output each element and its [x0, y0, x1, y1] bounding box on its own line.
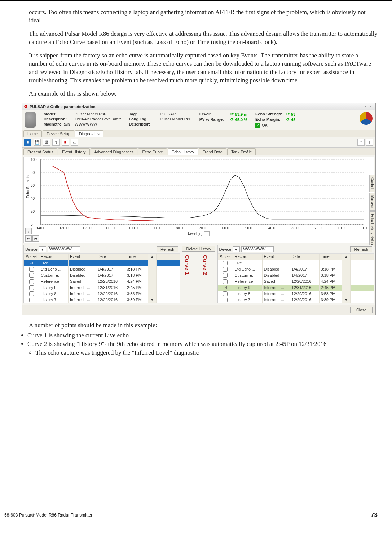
- row-checkbox[interactable]: [29, 279, 34, 284]
- scroll-up-icon[interactable]: ▴: [148, 254, 157, 260]
- curve1-label: Curve 1: [184, 255, 190, 275]
- chart-xtick: 100.0: [129, 226, 138, 230]
- row-checkbox[interactable]: [29, 298, 34, 302]
- refresh-button-2[interactable]: Refresh: [350, 246, 372, 252]
- cell-ev: Inferred L...: [263, 291, 290, 297]
- toolbar-stop-icon[interactable]: ■: [62, 139, 69, 146]
- table-row[interactable]: History 8Inferred L...12/29/20163:58 PM: [24, 291, 180, 297]
- cell-rec: Std Echo ...: [39, 266, 69, 272]
- scroll-spacer: [148, 272, 157, 278]
- body-text: occurs. Too often this means connecting …: [22, 8, 378, 98]
- device-select-icon[interactable]: ▾: [39, 246, 46, 252]
- table-row[interactable]: ☑Live: [24, 260, 180, 266]
- row-checkbox[interactable]: [223, 267, 228, 272]
- table-row[interactable]: History 8Inferred L...12/29/20163:58 PM: [218, 291, 374, 297]
- col-event-2: Event: [263, 254, 290, 260]
- subtab-event-history[interactable]: Event History: [58, 148, 89, 155]
- row-checkbox[interactable]: [223, 298, 228, 302]
- row-checkbox[interactable]: [223, 291, 228, 296]
- model-label: Model:: [44, 112, 72, 116]
- window-controls[interactable]: ‹ › ×: [360, 105, 373, 109]
- cell-ev: Disabled: [263, 272, 290, 278]
- row-checkbox[interactable]: [29, 285, 34, 290]
- table-row[interactable]: Std Echo ...Disabled1/4/20173:18 PM: [218, 266, 374, 272]
- chart-xtick: 90.0: [153, 226, 160, 230]
- cell-dt: 1/4/2017: [96, 272, 125, 278]
- row-checkbox[interactable]: [29, 267, 34, 272]
- app-window: ✪ PULSAR # Online parameterization ‹ › ×…: [22, 103, 376, 315]
- status-ok: ✓OK: [255, 123, 295, 128]
- cell-tm: 3:18 PM: [320, 272, 342, 278]
- toolbar-info-icon[interactable]: i: [366, 139, 373, 146]
- chart-unit-select[interactable]: [204, 231, 210, 236]
- table-row[interactable]: History 7Inferred L...12/29/20163:39 PM▾: [218, 297, 374, 303]
- col-time-2: Time: [320, 254, 342, 260]
- tab-diagnostics[interactable]: Diagnostics: [75, 130, 103, 137]
- scroll-up-icon-2[interactable]: ▴: [342, 254, 351, 260]
- description-value: Thru-Air Radar Level Xmtr: [75, 117, 121, 121]
- level-value: ⟳53.9 m: [230, 112, 247, 117]
- toolbar-help-icon[interactable]: ?: [357, 139, 365, 146]
- delete-history-button[interactable]: Delete History: [182, 246, 215, 252]
- curve2-label: Curve 2: [202, 255, 208, 275]
- chart-xtick: 60.0: [222, 226, 229, 230]
- scroll-spacer: [342, 285, 351, 291]
- table-row[interactable]: Custom E...Disabled1/4/20173:18 PM: [218, 272, 374, 278]
- cell-dt: 12/20/2016: [96, 278, 125, 285]
- bullet-curve2-sub: This echo capture was triggered by the "…: [35, 349, 378, 356]
- chart-nav-right-icon[interactable]: ↦: [32, 235, 39, 242]
- tab-home[interactable]: Home: [23, 130, 42, 137]
- toolbar-upload-icon[interactable]: ⇧: [52, 139, 60, 146]
- subtab-adv-diagnostics[interactable]: Advanced Diagnostics: [91, 148, 138, 155]
- cell-rec: Custom E...: [233, 272, 263, 278]
- cell-dt: 12/29/2016: [290, 291, 320, 297]
- sidetab-markers[interactable]: Markers: [369, 193, 375, 211]
- subtab-present-status[interactable]: Present Status: [23, 148, 57, 155]
- scroll-spacer: [342, 260, 351, 266]
- toolbar-print-icon[interactable]: 🖶: [43, 139, 50, 146]
- row-checkbox-checked-icon[interactable]: ☑: [224, 285, 227, 290]
- toolbar-misc-icon[interactable]: ▭: [71, 139, 78, 146]
- table-row[interactable]: ReferenceSaved12/20/20164:24 PM: [24, 278, 180, 285]
- toolbar-new-icon[interactable]: ■: [24, 139, 31, 146]
- table-row[interactable]: ReferenceSaved12/20/20164:24 PM: [218, 278, 374, 285]
- chart-xtick: 80.0: [176, 226, 183, 230]
- sidetab-echo-history-setup[interactable]: Echo History Setup: [369, 211, 375, 247]
- curve-2-line: [41, 175, 364, 219]
- cell-tm: 3:18 PM: [125, 266, 148, 272]
- row-checkbox[interactable]: [223, 279, 228, 284]
- table-row[interactable]: Std Echo ...Disabled1/4/20173:18 PM: [24, 266, 180, 272]
- device-select-icon-2[interactable]: ▾: [233, 246, 240, 252]
- subtab-echo-history[interactable]: Echo History: [168, 148, 198, 155]
- toolbar-save-icon[interactable]: 💾: [34, 139, 41, 146]
- bullet-curve1: Curve 1 is showing the current Live echo: [27, 332, 378, 339]
- tag-value: PULSAR: [160, 112, 176, 116]
- refresh-button-1[interactable]: Refresh: [157, 246, 179, 252]
- row-checkbox[interactable]: [223, 273, 228, 278]
- scroll-spacer: [148, 291, 157, 297]
- chart-xtick: 40.0: [268, 226, 275, 230]
- subtab-trend-data[interactable]: Trend Data: [199, 148, 226, 155]
- table-row[interactable]: ☑History 9Inferred L...12/31/20162:45 PM: [218, 285, 374, 291]
- row-checkbox-checked-icon[interactable]: ☑: [30, 261, 33, 265]
- table-row[interactable]: Live: [218, 260, 374, 266]
- table-row[interactable]: History 9Inferred L...12/31/20162:45 PM: [24, 285, 180, 291]
- close-button[interactable]: Close: [350, 307, 373, 313]
- cell-ev: Disabled: [69, 266, 96, 272]
- subtab-tank-profile[interactable]: Tank Profile: [227, 148, 256, 155]
- chart-nav-up-icon[interactable]: ↕: [25, 228, 32, 234]
- scroll-spacer: [342, 291, 351, 297]
- scroll-down-icon[interactable]: ▾: [342, 297, 351, 303]
- description-label: Description:: [44, 117, 72, 121]
- table-row[interactable]: History 7Inferred L...12/29/20163:39 PM▾: [24, 297, 180, 303]
- sidetab-control[interactable]: Control: [369, 175, 375, 192]
- tab-device-setup[interactable]: Device Setup: [43, 130, 74, 137]
- row-checkbox[interactable]: [29, 291, 34, 296]
- scroll-down-icon[interactable]: ▾: [148, 297, 157, 303]
- chart-nav-left-icon[interactable]: ↤: [25, 235, 32, 242]
- row-checkbox[interactable]: [223, 261, 228, 265]
- row-checkbox[interactable]: [29, 273, 34, 278]
- subtab-echo-curve[interactable]: Echo Curve: [138, 148, 167, 155]
- table-row[interactable]: Custom E...Disabled1/4/20173:18 PM: [24, 272, 180, 278]
- footer-page-number: 73: [371, 512, 378, 519]
